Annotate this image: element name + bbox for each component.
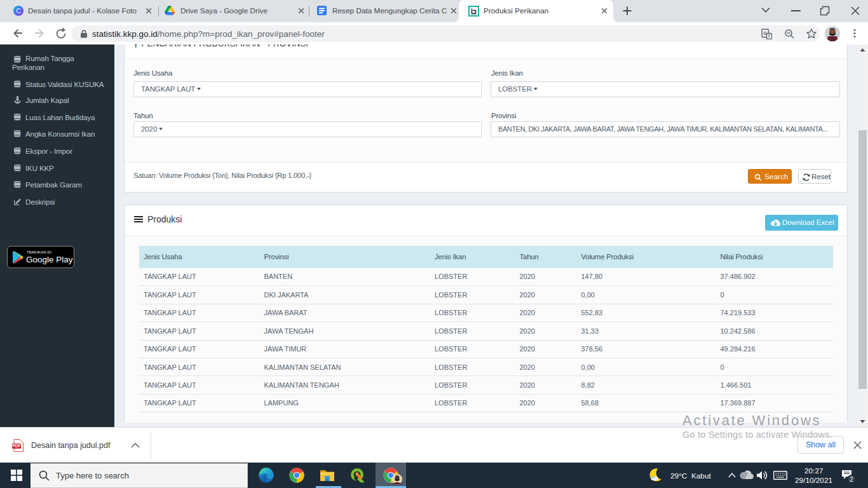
svg-text:PDF: PDF — [13, 444, 21, 448]
svg-text:C: C — [16, 8, 20, 15]
